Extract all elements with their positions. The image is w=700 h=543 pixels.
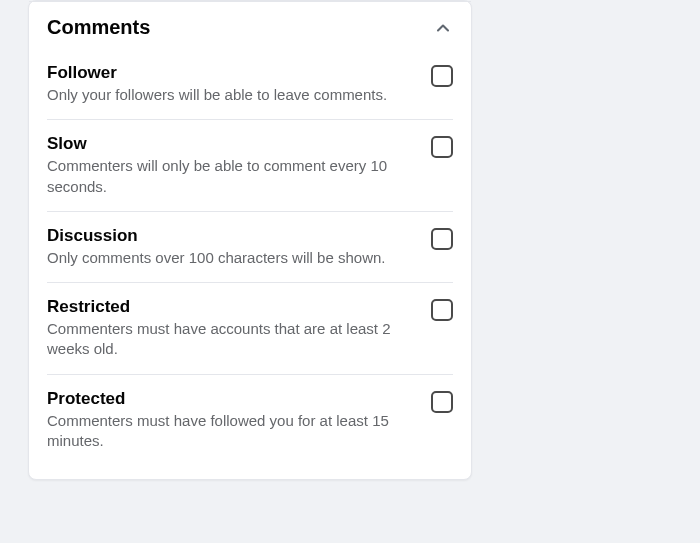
restricted-checkbox[interactable] — [431, 299, 453, 321]
option-title: Restricted — [47, 297, 419, 317]
option-text: Protected Commenters must have followed … — [47, 389, 419, 452]
option-protected: Protected Commenters must have followed … — [47, 375, 453, 466]
comments-section-header[interactable]: Comments — [29, 1, 471, 49]
option-text: Slow Commenters will only be able to com… — [47, 134, 419, 197]
option-desc: Commenters must have followed you for at… — [47, 411, 419, 452]
option-follower: Follower Only your followers will be abl… — [47, 49, 453, 120]
option-desc: Commenters will only be able to comment … — [47, 156, 419, 197]
option-discussion: Discussion Only comments over 100 charac… — [47, 212, 453, 283]
option-slow: Slow Commenters will only be able to com… — [47, 120, 453, 212]
option-restricted: Restricted Commenters must have accounts… — [47, 283, 453, 375]
option-title: Slow — [47, 134, 419, 154]
slow-checkbox[interactable] — [431, 136, 453, 158]
option-desc: Only comments over 100 characters will b… — [47, 248, 419, 268]
follower-checkbox[interactable] — [431, 65, 453, 87]
option-text: Restricted Commenters must have accounts… — [47, 297, 419, 360]
options-list: Follower Only your followers will be abl… — [29, 49, 471, 479]
option-title: Discussion — [47, 226, 419, 246]
section-title: Comments — [47, 16, 150, 39]
option-title: Protected — [47, 389, 419, 409]
option-text: Discussion Only comments over 100 charac… — [47, 226, 419, 268]
settings-card: Comments Follower Only your followers wi… — [28, 0, 472, 480]
discussion-checkbox[interactable] — [431, 228, 453, 250]
option-title: Follower — [47, 63, 419, 83]
option-desc: Only your followers will be able to leav… — [47, 85, 419, 105]
option-text: Follower Only your followers will be abl… — [47, 63, 419, 105]
option-desc: Commenters must have accounts that are a… — [47, 319, 419, 360]
chevron-up-icon — [433, 18, 453, 38]
protected-checkbox[interactable] — [431, 391, 453, 413]
